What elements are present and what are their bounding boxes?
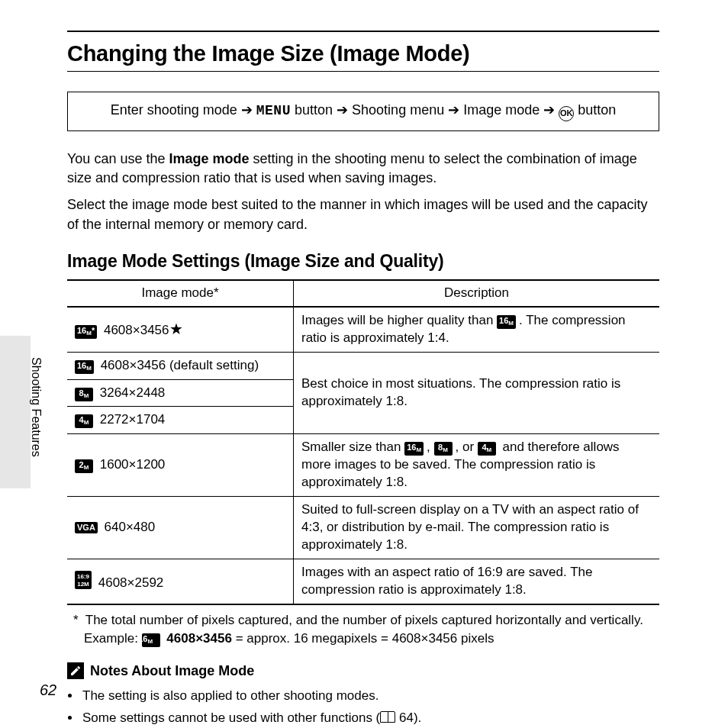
table-row: 16M 4608×3456 (default setting) Best cho…	[67, 352, 659, 379]
table-row: 16:912M 4608×2592 Images with an aspect …	[67, 559, 659, 604]
mode-icon-8m: 8M	[434, 442, 453, 456]
mode-icon-4m: 4M	[75, 414, 93, 428]
menu-button-label: MENU	[256, 103, 291, 118]
page-title: Changing the Image Size (Image Mode)	[67, 41, 659, 66]
arrow-icon: ➔	[543, 102, 555, 118]
mode-icon-16m: 16M	[75, 360, 94, 374]
arrow-icon: ➔	[337, 102, 348, 118]
notes-list: The setting is also applied to other sho…	[67, 685, 659, 728]
nav-step-3: Shooting menu	[352, 102, 444, 118]
mode-icon-8m: 8M	[75, 388, 93, 401]
mode-icon-2m: 2M	[75, 459, 93, 473]
nav-step-1: Enter shooting mode	[111, 102, 237, 118]
nav-text: button	[295, 102, 333, 118]
intro-paragraph-2: Select the image mode best suited to the…	[67, 195, 659, 234]
page-ref-icon	[380, 711, 395, 723]
table-row: 2M 1600×1200 Smaller size than 16M, 8M, …	[67, 434, 659, 497]
title-underline	[67, 71, 659, 72]
image-mode-table: Image mode* Description 16M* 4608×3456★ …	[67, 279, 659, 605]
list-item: Some settings cannot be used with other …	[81, 707, 659, 728]
nav-text: button	[578, 102, 616, 118]
table-row: VGA 640×480 Suited to full-screen displa…	[67, 497, 659, 559]
intro-paragraph-1: You can use the Image mode setting in th…	[67, 150, 659, 188]
footnote: * The total number of pixels captured, a…	[73, 611, 659, 648]
page-number: 62	[40, 681, 56, 699]
table-desc-group: Best choice in most situations. The comp…	[294, 352, 660, 434]
table-header-mode: Image mode*	[67, 280, 294, 307]
top-rule	[67, 31, 659, 32]
mode-icon-vga: VGA	[75, 522, 98, 533]
mode-icon-4m: 4M	[478, 442, 496, 456]
table-row: 16M* 4608×3456★ Images will be higher qu…	[67, 307, 659, 352]
mode-icon-16m: 16M	[142, 633, 160, 647]
navigation-path-box: Enter shooting mode ➔ MENU button ➔ Shoo…	[67, 92, 659, 131]
mode-icon-16m-star: 16M*	[75, 325, 97, 339]
mode-icon-16-9: 16:912M	[75, 571, 92, 589]
note-pencil-icon	[67, 662, 84, 679]
arrow-icon: ➔	[448, 102, 459, 118]
nav-step-4: Image mode	[463, 102, 540, 118]
arrow-icon: ➔	[241, 102, 253, 118]
list-item: The setting is also applied to other sho…	[81, 685, 659, 707]
ok-button-icon: OK	[559, 106, 574, 121]
notes-heading: Notes About Image Mode	[67, 662, 659, 679]
section-heading: Image Mode Settings (Image Size and Qual…	[67, 251, 659, 272]
mode-icon-16m: 16M	[497, 315, 516, 329]
table-header-desc: Description	[294, 280, 660, 307]
mode-icon-16m: 16M	[404, 442, 424, 456]
